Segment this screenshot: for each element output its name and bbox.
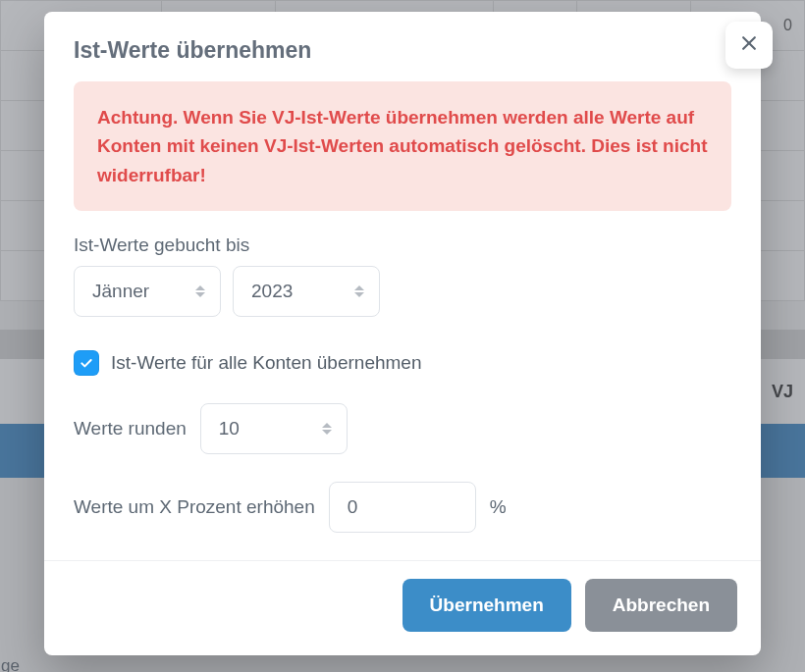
all-accounts-checkbox[interactable] (74, 350, 99, 376)
close-icon (739, 31, 759, 59)
round-select-value: 10 (219, 418, 240, 439)
year-select-value: 2023 (251, 281, 293, 301)
modal-footer: Übernehmen Abbrechen (44, 560, 761, 655)
cancel-button[interactable]: Abbrechen (585, 579, 737, 632)
sort-icon (353, 284, 365, 298)
all-accounts-label[interactable]: Ist-Werte für alle Konten übernehmen (111, 352, 422, 374)
month-select-value: Jänner (92, 281, 149, 301)
round-label: Werte runden (74, 418, 187, 439)
percent-suffix: % (490, 496, 507, 518)
sort-icon (194, 284, 206, 298)
month-select[interactable]: Jänner (74, 266, 221, 317)
booked-until-label: Ist-Werte gebucht bis (74, 234, 731, 256)
warning-alert: Achtung. Wenn Sie VJ-Ist-Werte übernehme… (74, 81, 731, 211)
percent-label: Werte um X Prozent erhöhen (74, 496, 315, 518)
modal-title: Ist-Werte übernehmen (44, 12, 761, 81)
check-icon (79, 355, 94, 371)
modal-ist-werte: Ist-Werte übernehmen Achtung. Wenn Sie V… (44, 12, 761, 655)
close-button[interactable] (725, 22, 773, 69)
percent-input[interactable] (329, 482, 476, 533)
submit-button[interactable]: Übernehmen (402, 579, 571, 632)
year-select[interactable]: 2023 (233, 266, 380, 317)
sort-icon (321, 422, 333, 436)
round-select[interactable]: 10 (200, 403, 348, 454)
